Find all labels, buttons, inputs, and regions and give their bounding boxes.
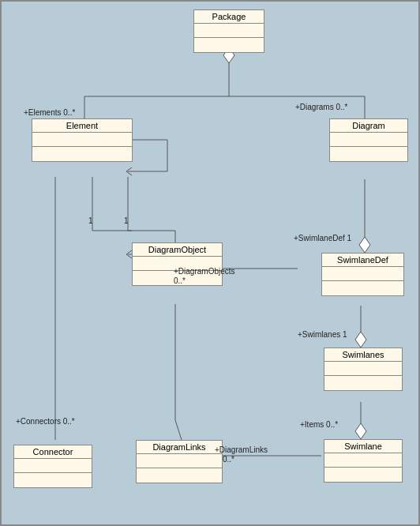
svg-marker-17 [359,237,370,253]
label-elements: +Elements 0..* [24,108,75,117]
class-package-name: Package [194,10,264,24]
class-diagram-name: Diagram [330,119,407,133]
class-diagramobject-name: DiagramObject [133,243,222,257]
label-diagramobjects: +DiagramObjects [174,267,235,276]
class-package-methods [194,38,264,52]
class-package: Package [193,9,264,53]
class-diagram-methods [330,147,407,161]
class-connector-name: Connector [14,445,92,459]
class-swimlanedef: SwimlaneDef [321,253,404,296]
class-swimlanes: Swimlanes [324,348,403,391]
label-diagramlinks-mult: 0..* [223,455,234,464]
class-package-attrs [194,24,264,38]
label-diagramlinks: +DiagramLinks [215,445,268,454]
class-swimlanedef-methods [322,281,403,295]
class-swimlane-name: Swimlane [324,440,402,453]
class-swimlane: Swimlane [324,439,403,483]
label-1-left: 1 [88,216,93,225]
class-diagramlinks-name: DiagramLinks [137,441,222,454]
class-connector-methods [14,473,92,487]
class-swimlanedef-attrs [322,267,403,281]
class-diagram: Diagram [329,118,408,162]
label-connectors: +Connectors 0..* [16,417,75,426]
svg-line-24 [175,420,182,440]
label-diagramobjects-mult: 0..* [174,276,186,285]
class-swimlanes-attrs [324,362,402,376]
class-swimlanes-name: Swimlanes [324,348,402,362]
class-element-methods [32,147,132,161]
label-swimlanedef: +SwimlaneDef 1 [294,234,351,242]
label-swimlanes: +Swimlanes 1 [298,330,347,339]
class-connector: Connector [13,445,92,488]
label-diagrams: +Diagrams 0..* [295,103,347,111]
class-connector-attrs [14,459,92,473]
class-swimlanedef-name: SwimlaneDef [322,254,403,267]
class-swimlanes-methods [324,376,402,390]
class-diagramlinks-attrs [137,454,222,468]
svg-marker-19 [355,332,366,348]
class-swimlane-methods [324,468,402,482]
class-element-name: Element [32,119,132,133]
class-diagramlinks: DiagramLinks [136,440,223,483]
class-element-attrs [32,133,132,147]
class-swimlane-attrs [324,453,402,468]
label-items: +Items 0..* [300,420,338,429]
diagram-container: Package Element DiagramObject Diagram Sw… [0,0,420,526]
label-1-right: 1 [124,216,129,225]
svg-marker-21 [355,423,366,439]
class-diagramlinks-methods [137,468,222,483]
class-diagram-attrs [330,133,407,147]
class-element: Element [32,118,133,162]
